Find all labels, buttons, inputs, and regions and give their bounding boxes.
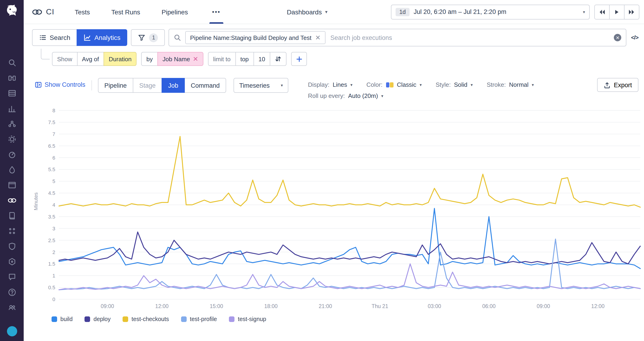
stroke-option[interactable]: Stroke: Normal ▾ <box>486 81 534 88</box>
user-avatar[interactable] <box>7 326 17 336</box>
dashboards-menu[interactable]: Dashboards ▾ <box>287 8 327 15</box>
legend-swatch-icon <box>85 317 90 322</box>
export-icon <box>604 81 610 88</box>
rollup-label: Roll up every: <box>308 92 345 99</box>
feedback-icon <box>8 273 16 281</box>
search-input[interactable] <box>330 34 610 41</box>
synthetics-icon <box>8 135 16 143</box>
legend-item-test-profile[interactable]: test-profile <box>181 316 217 323</box>
query-measure-pill[interactable]: Duration <box>104 52 136 66</box>
sidebar-item-dashboards[interactable] <box>5 89 19 97</box>
sidebar-item-infrastructure[interactable] <box>5 74 19 82</box>
svg-text:1.5: 1.5 <box>48 261 55 267</box>
funnel-icon <box>138 34 146 41</box>
dashboards-label: Dashboards <box>287 8 322 15</box>
rollup-option[interactable]: Roll up every: Auto (20m) ▾ <box>308 92 534 99</box>
graph-controls-row: Show Controls Pipeline Stage Job Command… <box>24 78 644 99</box>
level-command[interactable]: Command <box>184 78 226 93</box>
style-value: Solid <box>454 81 467 88</box>
play-button[interactable] <box>609 5 624 19</box>
level-stage[interactable]: Stage <box>133 78 162 93</box>
query-top-select[interactable]: top <box>235 52 254 66</box>
nav-item-test-runs[interactable]: Test Runs <box>111 8 140 15</box>
apm-icon <box>8 150 16 159</box>
clear-search-icon[interactable]: ✕ <box>614 34 621 41</box>
style-option[interactable]: Style: Solid ▾ <box>436 81 473 88</box>
svg-text:0: 0 <box>52 297 55 302</box>
sidebar-icon-list <box>5 58 19 312</box>
stroke-label: Stroke: <box>486 81 506 88</box>
nav-item-pipelines[interactable]: Pipelines <box>162 8 188 15</box>
search-mode-button[interactable]: Search <box>32 29 77 46</box>
query-aggregation[interactable]: Avg of <box>77 52 104 66</box>
legend-item-deploy[interactable]: deploy <box>85 316 111 323</box>
skip-forward-button[interactable] <box>624 5 639 19</box>
remove-groupby-icon[interactable]: ✕ <box>193 56 198 62</box>
sidebar-item-metrics[interactable] <box>5 104 19 113</box>
sidebar-item-logs[interactable] <box>5 212 19 220</box>
display-option[interactable]: Display: Lines ▾ <box>308 81 352 88</box>
legend-label: test-signup <box>238 316 266 323</box>
filter-button[interactable]: 1 <box>131 29 165 46</box>
palette-swatch-icon <box>386 82 394 87</box>
add-query-button[interactable] <box>291 52 307 66</box>
svg-text:12:00: 12:00 <box>591 303 605 309</box>
ci-icon <box>7 196 16 205</box>
nav-item-more[interactable]: ••• <box>210 0 223 24</box>
sidebar-item-notebooks[interactable] <box>5 227 19 235</box>
query-by-label: by <box>142 52 158 66</box>
color-option[interactable]: Color: Classic ▾ <box>366 81 422 88</box>
legend-item-build[interactable]: build <box>52 316 73 323</box>
skip-back-icon <box>598 9 606 14</box>
level-pipeline[interactable]: Pipeline <box>98 78 133 93</box>
legend-item-test-signup[interactable]: test-signup <box>229 316 266 323</box>
sidebar-item-security[interactable] <box>5 242 19 251</box>
show-controls-link[interactable]: Show Controls <box>35 81 86 88</box>
code-view-icon[interactable]: </> <box>631 34 638 41</box>
query-sort-button[interactable] <box>270 52 286 66</box>
sidebar-item-synthetics[interactable] <box>5 135 19 143</box>
legend-label: test-profile <box>190 316 217 323</box>
sidebar-item-monitors[interactable] <box>5 120 19 128</box>
ci-brand[interactable]: CI <box>32 7 54 16</box>
export-button[interactable]: Export <box>597 78 638 92</box>
sidebar-item-feedback[interactable] <box>5 273 19 281</box>
query-groupby-label: Job Name <box>162 55 190 62</box>
level-segmented-control: Pipeline Stage Job Command <box>98 78 226 93</box>
level-job[interactable]: Job <box>162 78 185 93</box>
legend-item-test-checkouts[interactable]: test-checkouts <box>123 316 169 323</box>
sidebar-item-search[interactable] <box>5 58 19 67</box>
sidebar-item-organization[interactable] <box>5 304 19 312</box>
magnifier-icon <box>174 34 181 41</box>
query-top-count[interactable]: 10 <box>253 52 270 66</box>
viz-type-select[interactable]: Timeseries ▾ <box>234 78 288 93</box>
query-groupby-pill[interactable]: Job Name ✕ <box>158 52 203 66</box>
profiling-icon <box>8 166 16 174</box>
sidebar-item-apm[interactable] <box>5 150 19 159</box>
query-builder-row: Show Avg of Duration by Job Name ✕ limit… <box>52 52 644 66</box>
sidebar-item-rum[interactable] <box>5 181 19 189</box>
search-bar[interactable]: Pipeline Name:Staging Build Deploy and T… <box>169 29 626 46</box>
skip-back-button[interactable] <box>595 5 609 19</box>
show-controls-label: Show Controls <box>44 81 86 88</box>
remove-facet-icon[interactable]: ✕ <box>315 34 320 41</box>
rum-icon <box>8 181 16 189</box>
legend-swatch-icon <box>52 317 57 322</box>
sidebar-item-ci[interactable] <box>5 196 19 205</box>
help-icon <box>8 288 16 297</box>
facet-filter-pill[interactable]: Pipeline Name:Staging Build Deploy and T… <box>186 31 325 44</box>
analytics-mode-button[interactable]: Analytics <box>77 29 128 46</box>
chevron-down-icon: ▾ <box>281 83 283 88</box>
dashboards-icon <box>8 89 16 97</box>
time-range-selector[interactable]: 1d Jul 20, 6:20 am – Jul 21, 2:20 pm ▾ <box>391 4 590 19</box>
datadog-logo[interactable] <box>5 4 19 18</box>
nav-item-tests[interactable]: Tests <box>75 8 90 15</box>
sidebar-item-profiling[interactable] <box>5 166 19 174</box>
export-label: Export <box>614 81 632 88</box>
ci-chain-icon <box>32 8 42 15</box>
sidebar-item-help[interactable] <box>5 288 19 297</box>
svg-text:21:00: 21:00 <box>319 303 332 309</box>
svg-text:8: 8 <box>52 108 55 113</box>
timeseries-chart[interactable]: 00.511.522.533.544.555.566.577.5809:0012… <box>40 106 644 313</box>
sidebar-item-serverless[interactable] <box>5 258 19 266</box>
